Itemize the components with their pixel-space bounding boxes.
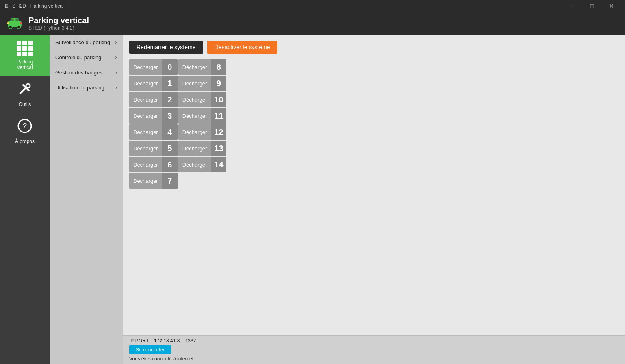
nav-controle-label: Contrôle du parking — [55, 54, 101, 61]
header-text: Parking vertical STI2D (Python 3.4.2) — [28, 16, 89, 31]
slot-number-3: 3 — [162, 108, 178, 124]
nav-surveillance[interactable]: Surveillance du parking › — [50, 35, 123, 50]
nav-surveillance-arrow: › — [115, 39, 117, 46]
slot-number-8: 8 — [211, 59, 226, 75]
slot-number-7: 7 — [162, 173, 178, 188]
close-button[interactable]: ✕ — [602, 0, 621, 12]
parking-slot-3: Décharger 3 — [129, 108, 178, 124]
svg-rect-5 — [7, 22, 9, 24]
sidebar-item-parking-vertical[interactable]: ParkingVertical — [0, 35, 50, 76]
parking-slot-12: Décharger 12 — [178, 124, 227, 140]
content-spacer — [123, 188, 625, 335]
maximize-button[interactable]: □ — [583, 0, 601, 12]
toolbar: Redémarrer le système Désactiver le syst… — [123, 35, 625, 59]
nav-panel: Surveillance du parking › Contrôle du pa… — [50, 35, 123, 364]
parking-slot-0: Décharger 0 — [129, 59, 178, 75]
slot-btn-2[interactable]: Décharger — [129, 92, 162, 107]
slot-btn-11[interactable]: Décharger — [178, 108, 211, 124]
connect-button[interactable]: Se connecter — [129, 345, 171, 354]
sidebar-label-apropos: À propos — [15, 139, 35, 144]
nav-surveillance-label: Surveillance du parking — [55, 39, 110, 46]
car-icon — [7, 16, 23, 31]
parking-slot-13: Décharger 13 — [178, 141, 227, 156]
nav-utilisation-label: Utilisation du parking — [55, 84, 104, 91]
slot-btn-1[interactable]: Décharger — [129, 76, 162, 91]
title-bar-controls: ─ □ ✕ — [563, 0, 621, 12]
ip-value: 172.18.41.8 — [154, 338, 180, 344]
svg-rect-1 — [9, 18, 14, 21]
parking-slot-7: Décharger 7 — [129, 173, 178, 188]
tools-icon — [17, 82, 32, 99]
info-icon: ? — [17, 119, 32, 136]
title-bar: 🖥 STI2D - Parking vertical ─ □ ✕ — [0, 0, 625, 12]
slot-number-14: 14 — [211, 157, 226, 172]
sidebar-label-parking: ParkingVertical — [17, 59, 33, 70]
nav-utilisation[interactable]: Utilisation du parking › — [50, 80, 123, 95]
parking-grid: Décharger 0 Décharger 1 Décharger 2 Déch… — [123, 59, 625, 188]
title-bar-title: STI2D - Parking vertical — [12, 3, 64, 9]
slot-btn-12[interactable]: Décharger — [178, 124, 211, 140]
parking-slot-5: Décharger 5 — [129, 141, 178, 156]
sidebar: ParkingVertical Outils ? À pr — [0, 35, 50, 364]
slot-number-12: 12 — [211, 124, 226, 140]
slot-btn-6[interactable]: Décharger — [129, 157, 162, 172]
grid-icon — [17, 41, 33, 56]
slot-btn-3[interactable]: Décharger — [129, 108, 162, 124]
status-row-connect: Se connecter — [129, 345, 618, 354]
app-subtitle: STI2D (Python 3.4.2) — [28, 25, 89, 31]
parking-slot-10: Décharger 10 — [178, 92, 227, 107]
slot-number-1: 1 — [162, 76, 178, 91]
slot-btn-14[interactable]: Décharger — [178, 157, 211, 172]
parking-slot-4: Décharger 4 — [129, 124, 178, 140]
sidebar-item-apropos[interactable]: ? À propos — [0, 113, 50, 150]
slot-btn-9[interactable]: Décharger — [178, 76, 211, 91]
slot-number-4: 4 — [162, 124, 178, 140]
slot-number-10: 10 — [211, 92, 226, 107]
nav-badges-label: Gestion des badges — [55, 69, 102, 76]
nav-badges[interactable]: Gestion des badges › — [50, 65, 123, 80]
slot-number-2: 2 — [162, 92, 178, 107]
sidebar-label-outils: Outils — [19, 102, 31, 107]
svg-point-9 — [26, 84, 30, 88]
parking-slot-6: Décharger 6 — [129, 157, 178, 172]
nav-badges-arrow: › — [115, 69, 117, 76]
slot-btn-10[interactable]: Décharger — [178, 92, 211, 107]
slot-btn-4[interactable]: Décharger — [129, 124, 162, 140]
parking-slot-9: Décharger 9 — [178, 76, 227, 91]
slot-btn-7[interactable]: Décharger — [129, 173, 162, 188]
minimize-button[interactable]: ─ — [563, 0, 582, 12]
parking-slot-14: Décharger 14 — [178, 157, 227, 172]
restart-button[interactable]: Redémarrer le système — [129, 41, 203, 54]
svg-rect-6 — [20, 22, 22, 24]
nav-controle[interactable]: Contrôle du parking › — [50, 50, 123, 65]
app-header: Parking vertical STI2D (Python 3.4.2) — [0, 12, 625, 35]
slot-btn-13[interactable]: Décharger — [178, 141, 211, 156]
svg-point-4 — [17, 26, 20, 29]
status-row-text: Vous êtes connecté à internet — [129, 356, 618, 362]
slot-btn-8[interactable]: Décharger — [178, 59, 211, 75]
slot-number-9: 9 — [211, 76, 226, 91]
slot-btn-0[interactable]: Décharger — [129, 59, 162, 75]
parking-slot-8: Décharger 8 — [178, 59, 227, 75]
slot-number-6: 6 — [162, 157, 178, 172]
app-title: Parking vertical — [28, 16, 89, 25]
slot-number-5: 5 — [162, 141, 178, 156]
status-connected-text: Vous êtes connecté à internet — [129, 356, 193, 362]
deactivate-button[interactable]: Désactiver le système — [207, 41, 278, 54]
ip-label: IP:PORT : 172.18.41.8 1337 — [129, 338, 196, 344]
content-area: Redémarrer le système Désactiver le syst… — [123, 35, 625, 364]
slot-number-0: 0 — [162, 59, 178, 75]
parking-column-left: Décharger 0 Décharger 1 Décharger 2 Déch… — [129, 59, 178, 188]
nav-utilisation-arrow: › — [115, 84, 117, 91]
title-bar-icon: 🖥 — [4, 3, 9, 9]
parking-slot-2: Décharger 2 — [129, 92, 178, 107]
status-bar: IP:PORT : 172.18.41.8 1337 Se connecter … — [123, 335, 625, 364]
sidebar-item-outils[interactable]: Outils — [0, 76, 50, 113]
port-value: 1337 — [185, 338, 196, 344]
svg-point-3 — [9, 26, 12, 29]
parking-slot-1: Décharger 1 — [129, 76, 178, 91]
parking-slot-11: Décharger 11 — [178, 108, 227, 124]
slot-btn-5[interactable]: Décharger — [129, 141, 162, 156]
title-bar-left: 🖥 STI2D - Parking vertical — [4, 3, 64, 9]
svg-rect-2 — [15, 18, 20, 21]
